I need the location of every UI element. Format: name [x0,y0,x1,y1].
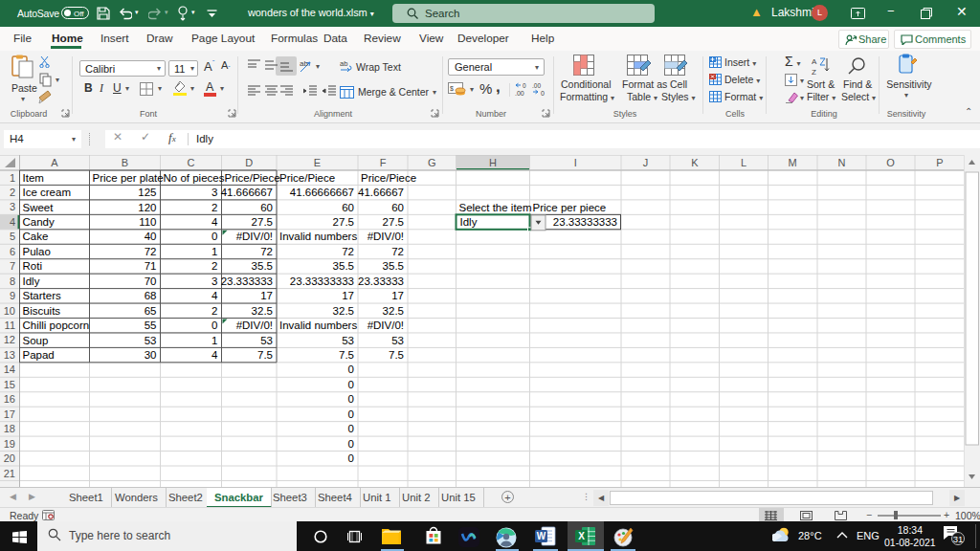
svg-text:#DIV/0!: #DIV/0! [368,231,404,242]
svg-text:7.5: 7.5 [257,349,273,361]
svg-text:C: C [188,157,195,168]
svg-text:K: K [691,157,699,168]
svg-text:#DIV/0!: #DIV/0! [236,231,273,242]
svg-text:Biscuits: Biscuits [23,305,61,317]
svg-text:23.33333: 23.33333 [358,276,404,287]
svg-text:72: 72 [342,246,354,257]
svg-text:J: J [643,157,649,168]
svg-text:30: 30 [145,349,157,361]
svg-text:Price/Piece: Price/Piece [279,172,335,184]
svg-text:Starters: Starters [23,290,62,301]
svg-text:F: F [380,157,387,168]
svg-text:35.5: 35.5 [252,260,273,272]
svg-text:5: 5 [10,231,15,242]
svg-text:35.5: 35.5 [383,260,404,272]
svg-text:7: 7 [10,260,15,272]
svg-text:Invalid numbers: Invalid numbers [279,231,357,242]
svg-text:.00: .00 [515,90,524,97]
svg-text:20: 20 [4,452,15,464]
svg-text:ab: ab [340,60,347,68]
svg-text:0: 0 [348,364,354,375]
svg-text:41.66666667: 41.66666667 [290,187,354,198]
svg-text:68: 68 [145,290,157,301]
svg-text:B: B [122,157,128,168]
svg-text:32.5: 32.5 [333,305,354,317]
svg-text:32.5: 32.5 [383,305,404,317]
svg-text:40: 40 [145,231,157,242]
svg-text:0: 0 [541,90,545,97]
svg-text:6: 6 [10,246,15,257]
svg-text:#DIV/0!: #DIV/0! [236,320,273,331]
svg-text:4: 4 [212,216,218,228]
svg-text:X: X [578,531,585,541]
svg-text:4: 4 [212,290,218,301]
svg-text:23.333333: 23.333333 [221,276,273,287]
svg-text:Soup: Soup [23,335,49,346]
svg-text:41.666667: 41.666667 [221,187,273,198]
svg-text:0: 0 [348,379,354,390]
svg-text:12: 12 [4,334,15,345]
svg-text:Sweet: Sweet [23,202,55,213]
svg-text:18: 18 [4,423,15,434]
svg-text:Idly: Idly [460,216,478,228]
svg-text:70: 70 [145,276,157,287]
svg-text:Chilli popcorn: Chilli popcorn [23,320,90,331]
svg-text:53: 53 [342,335,354,346]
svg-text:Price per plate: Price per plate [93,172,164,184]
svg-text:11: 11 [5,320,15,331]
svg-text:7.5: 7.5 [389,349,404,361]
svg-text:15: 15 [4,379,15,390]
svg-text:Cake: Cake [23,231,49,242]
svg-text:E: E [314,157,321,168]
svg-text:27.5: 27.5 [383,216,404,228]
svg-text:Roti: Roti [23,260,42,272]
svg-text:8: 8 [10,276,15,287]
svg-text:17: 17 [391,290,404,301]
svg-text:53: 53 [260,335,273,346]
svg-text:0: 0 [348,452,354,464]
svg-text:53: 53 [391,335,404,346]
svg-text:72: 72 [145,246,157,257]
svg-text:Price/Piece: Price/Piece [225,172,280,184]
svg-text:Papad: Papad [23,349,55,361]
svg-text:L: L [741,157,746,168]
svg-text:13: 13 [4,349,15,361]
svg-text:19: 19 [4,438,15,450]
svg-text:O: O [886,157,895,168]
svg-text:Pulao: Pulao [23,246,51,257]
svg-text:16: 16 [4,393,15,405]
svg-text:3: 3 [212,276,217,287]
svg-text:.00: .00 [532,82,541,89]
svg-text:110: 110 [139,216,156,228]
svg-text:Select the item: Select the item [459,202,532,213]
svg-text:9: 9 [10,290,15,301]
svg-text:D: D [245,157,253,168]
svg-text:I: I [574,157,577,168]
svg-text:ab: ab [300,59,308,68]
svg-text:N: N [838,157,846,168]
svg-text:Price/Piece: Price/Piece [361,172,416,184]
svg-text:Ice cream: Ice cream [23,187,72,198]
svg-text:60: 60 [260,202,273,213]
svg-text:2: 2 [212,260,217,272]
svg-text:1: 1 [10,172,15,184]
svg-text:3: 3 [212,187,217,198]
svg-text:3: 3 [10,201,15,212]
svg-text:Z: Z [812,68,816,76]
svg-text:1: 1 [212,246,217,257]
svg-text:G: G [428,157,436,168]
svg-text:Price per piece: Price per piece [533,202,607,213]
svg-text:120: 120 [138,202,156,213]
svg-text:0: 0 [348,438,354,450]
svg-text:55: 55 [145,320,157,331]
svg-text:Item: Item [23,172,44,184]
svg-text:60: 60 [391,202,404,213]
svg-text:14: 14 [4,364,15,375]
svg-text:W: W [537,531,546,541]
svg-text:72: 72 [391,246,404,257]
svg-text:2: 2 [212,305,217,317]
svg-text:#DIV/0!: #DIV/0! [368,320,404,331]
svg-text:A: A [51,157,58,168]
svg-text:125: 125 [138,187,156,198]
svg-text:27.5: 27.5 [252,216,273,228]
